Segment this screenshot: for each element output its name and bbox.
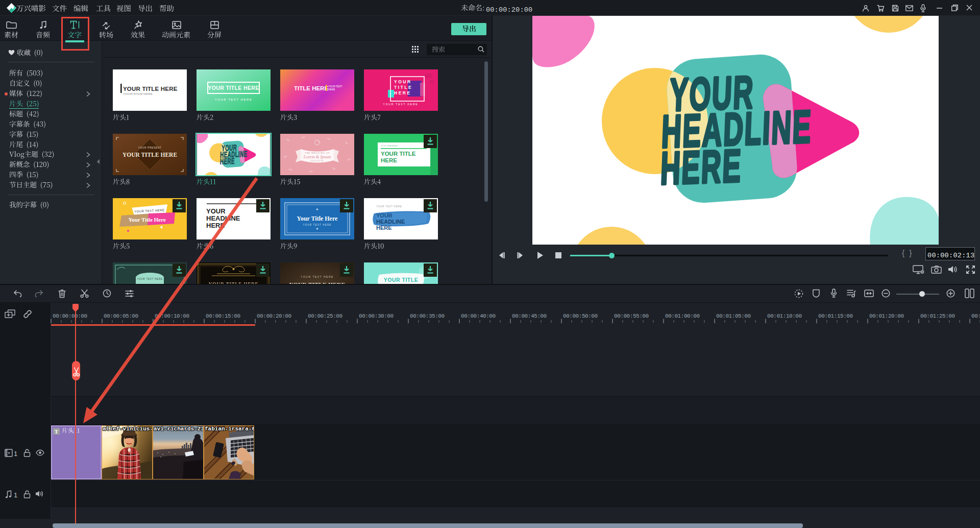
svg-text:YOUR TEXT HERE: YOUR TEXT HERE [215, 98, 252, 101]
svg-text:YOUR: YOUR [394, 79, 412, 84]
svg-text:Lorem & Ipsum: Lorem & Ipsum [303, 154, 331, 159]
svg-text:YOUR TITLE: YOUR TITLE [384, 277, 418, 283]
svg-text:Your Title Here: Your Title Here [297, 215, 338, 222]
svg-text:TITLE HERE: TITLE HERE [294, 85, 328, 91]
svg-text:YOUR TEXT HERE: YOUR TEXT HERE [301, 275, 334, 278]
svg-text:YOUR: YOUR [376, 212, 393, 219]
svg-text:YOUR TITLE HERE: YOUR TITLE HERE [123, 86, 178, 92]
svg-text:YOUR TEXT: YOUR TEXT [328, 85, 342, 88]
svg-text:YOUR TEXT HERE: YOUR TEXT HERE [376, 205, 402, 208]
svg-text:HERE: HERE [206, 222, 225, 229]
svg-text:2020.XX.XX: 2020.XX.XX [311, 160, 324, 162]
svg-text:YOUR TITLE HERE: YOUR TITLE HERE [208, 85, 259, 91]
svg-text:T: T [55, 428, 59, 435]
svg-text:HEADLINE: HEADLINE [206, 214, 240, 222]
svg-text:YOUR TEXT HERE: YOUR TEXT HERE [137, 278, 163, 280]
svg-text:YOUR TITLE HERE: YOUR TITLE HERE [122, 152, 177, 158]
svg-text:HERE: HERE [381, 157, 397, 163]
svg-text:YOUR TEXT HERE: YOUR TEXT HERE [303, 224, 331, 226]
svg-text:YOUR TITLE: YOUR TITLE [381, 151, 416, 157]
svg-text:HERE: HERE [394, 90, 411, 95]
svg-text:HERE: HERE [376, 225, 392, 231]
svg-text:YOUR PRESENT: YOUR PRESENT [138, 147, 162, 149]
svg-text:Your Title Here: Your Title Here [128, 217, 165, 223]
svg-text:YOU PRESENT: YOU PRESENT [381, 145, 398, 147]
svg-text:YOUR TEXT HERE: YOUR TEXT HERE [383, 103, 419, 106]
svg-text:HEADLINE: HEADLINE [376, 219, 405, 225]
svg-text:TITLE: TITLE [394, 85, 412, 90]
svg-text:HERE: HERE [328, 88, 335, 91]
svg-text:YOUR: YOUR [206, 207, 226, 215]
